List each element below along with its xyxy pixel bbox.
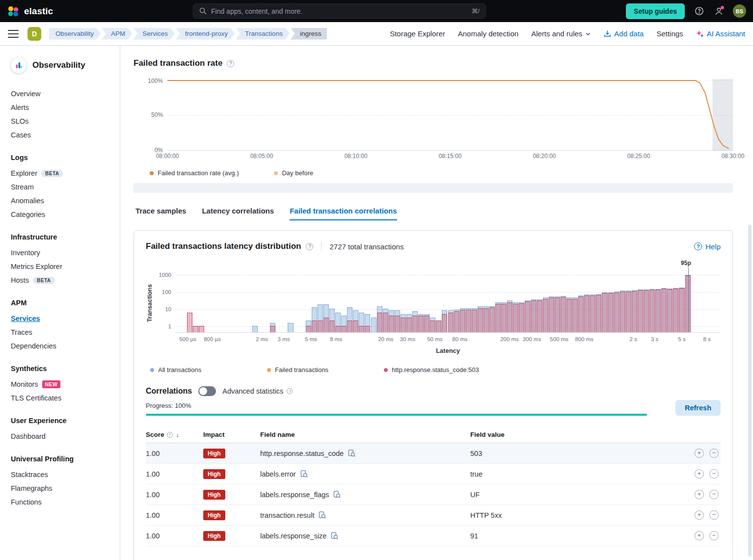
legend-day-before[interactable]: Day before [274, 169, 313, 177]
help-icon[interactable] [694, 6, 704, 17]
legend-all-transactions[interactable]: All transactions [150, 366, 267, 373]
divider [321, 241, 322, 251]
sidebar-item-anomalies[interactable]: Anomalies [11, 194, 111, 208]
y-tick: 1 [168, 323, 171, 329]
breadcrumb-frontend-proxy[interactable]: frontend-proxy [176, 28, 235, 40]
filter-for-value-icon[interactable]: + [695, 510, 704, 520]
legend-label: Failed transactions [275, 366, 328, 373]
hist-bar-failed [335, 326, 341, 332]
sidebar-item-services[interactable]: Services [11, 312, 111, 325]
filter-for-value-icon[interactable]: + [695, 469, 704, 479]
tab-trace-samples[interactable]: Trace samples [135, 207, 186, 220]
breadcrumb-transactions[interactable]: Transactions [236, 28, 290, 40]
view-in-discover-icon[interactable] [348, 450, 355, 457]
tab-latency-correlations[interactable]: Latency correlations [202, 207, 274, 220]
space-avatar[interactable]: D [27, 27, 41, 41]
sort-descending-icon[interactable]: ↓ [176, 431, 180, 438]
hist-bar-failed [412, 316, 418, 332]
filter-out-value-icon[interactable]: − [709, 510, 719, 520]
sidebar-item-explorer[interactable]: ExplorerBETA [11, 166, 111, 180]
help-link[interactable]: ? Help [694, 242, 721, 251]
sidebar-item-alerts[interactable]: Alerts [11, 101, 111, 114]
sidebar-item-cases[interactable]: Cases [11, 128, 111, 142]
nav-storage-explorer[interactable]: Storage Explorer [390, 29, 445, 38]
nav-add-data[interactable]: Add data [604, 29, 644, 38]
info-icon[interactable]: ? [167, 432, 173, 438]
filter-out-value-icon[interactable]: − [709, 531, 719, 540]
info-icon[interactable]: ? [227, 60, 234, 67]
percentile-95-marker [688, 267, 689, 332]
hist-bar-failed [199, 326, 204, 332]
sidebar-item-tls-certificates[interactable]: TLS Certificates [11, 391, 111, 405]
setup-guides-button[interactable]: Setup guides [626, 3, 685, 19]
x-tick: 2 s [630, 336, 637, 342]
view-in-discover-icon[interactable] [319, 511, 326, 519]
breadcrumb-apm[interactable]: APM [102, 28, 132, 40]
global-header: elastic Find apps, content, and more. ⌘/… [0, 0, 753, 22]
elastic-logo[interactable]: elastic [7, 5, 53, 18]
nav-ai-assistant[interactable]: AI Assistant [696, 29, 745, 38]
sidebar-item-label: Dependencies [11, 342, 56, 350]
sidebar-item-overview[interactable]: Overview [11, 87, 111, 101]
sidebar-item-traces[interactable]: Traces [11, 325, 111, 339]
hist-bar-failed [389, 316, 394, 332]
nav-alerts-and-rules[interactable]: Alerts and rules [531, 29, 591, 38]
sidebar-item-metrics-explorer[interactable]: Metrics Explorer [11, 260, 111, 273]
sidebar-item-label: Metrics Explorer [11, 263, 62, 270]
global-search-input[interactable]: Find apps, content, and more. ⌘/ [193, 3, 486, 19]
y-tick: 100% [148, 78, 163, 84]
hist-bar-failed [501, 304, 507, 332]
sidebar-title-label: Observability [32, 60, 85, 70]
sidebar-item-dashboard[interactable]: Dashboard [11, 429, 111, 443]
hist-bar-all [371, 318, 376, 332]
filter-out-value-icon[interactable]: − [709, 449, 719, 458]
legend-dot [384, 368, 388, 372]
legend-http-response-status-code-503[interactable]: http.response.status_code:503 [384, 366, 479, 373]
sidebar-item-slos[interactable]: SLOs [11, 114, 111, 128]
filter-out-value-icon[interactable]: − [709, 490, 719, 499]
filter-for-value-icon[interactable]: + [695, 449, 704, 458]
sidebar-item-functions[interactable]: Functions [11, 495, 111, 509]
sidebar-item-flamegraphs[interactable]: Flamegraphs [11, 481, 111, 495]
view-in-discover-icon[interactable] [331, 532, 338, 539]
legend-dot [274, 171, 278, 175]
column-score[interactable]: Score ? ↓ [146, 431, 203, 438]
filter-out-value-icon[interactable]: − [709, 469, 719, 479]
advanced-statistics-toggle[interactable] [198, 386, 216, 396]
correlation-row-labels-error: 1.00Highlabels.errortrue+− [146, 464, 721, 484]
nav-anomaly-detection[interactable]: Anomaly detection [458, 29, 518, 38]
hist-bar-failed [620, 292, 625, 332]
x-tick: 3 ms [278, 336, 290, 342]
menu-icon[interactable] [8, 30, 19, 38]
breadcrumb-services[interactable]: Services [133, 28, 175, 40]
sidebar-item-label: Flamegraphs [11, 484, 53, 492]
sidebar-item-dependencies[interactable]: Dependencies [11, 339, 111, 353]
legend-failed-transactions[interactable]: Failed transactions [267, 366, 384, 373]
sidebar-item-stream[interactable]: Stream [11, 180, 111, 194]
user-avatar[interactable]: BS [733, 4, 746, 18]
nav-settings[interactable]: Settings [656, 29, 683, 38]
breadcrumb-observability[interactable]: Observability [49, 28, 101, 40]
sidebar-item-hosts[interactable]: HostsBETA [11, 273, 111, 287]
legend-dot [267, 368, 271, 372]
notifications-icon[interactable] [713, 6, 724, 17]
correlation-row-http-response-status-code: 1.00Highhttp.response.status_code503+− [146, 443, 721, 464]
view-in-discover-icon[interactable] [300, 470, 308, 478]
filter-for-value-icon[interactable]: + [695, 490, 704, 499]
sidebar-item-categories[interactable]: Categories [11, 208, 111, 221]
view-in-discover-icon[interactable] [333, 491, 341, 498]
vertical-scrollbar[interactable] [748, 225, 752, 557]
refresh-button[interactable]: Refresh [675, 400, 721, 416]
legend-failed-transaction-rate-avg[interactable]: Failed transaction rate (avg.) [150, 169, 239, 177]
info-icon[interactable]: ? [306, 243, 313, 250]
sidebar-item-monitors[interactable]: MonitorsNEW [11, 377, 111, 391]
hist-bar-failed [638, 290, 643, 332]
filter-for-value-icon[interactable]: + [695, 531, 704, 540]
sidebar-item-label: Explorer [11, 169, 37, 177]
progress-bar [146, 414, 647, 416]
sidebar-item-inventory[interactable]: Inventory [11, 246, 111, 260]
info-icon[interactable]: ? [287, 388, 293, 394]
sidebar-item-stacktraces[interactable]: Stacktraces [11, 468, 111, 481]
tab-failed-transaction-correlations[interactable]: Failed transaction correlations [290, 207, 397, 220]
hist-bar-failed [578, 296, 584, 332]
